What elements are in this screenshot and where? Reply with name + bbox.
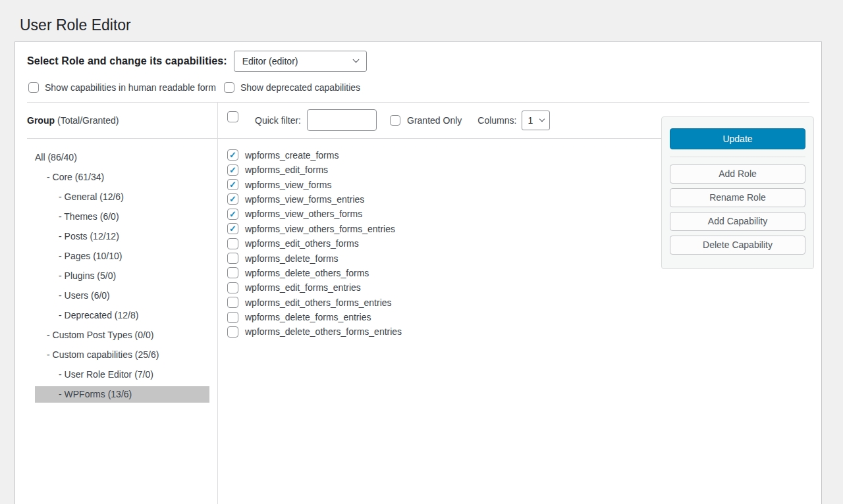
capability-label: wpforms_delete_others_forms_entries xyxy=(245,326,402,337)
group-tree-item[interactable]: - Deprecated (12/8) xyxy=(35,307,209,324)
capability-checkbox[interactable] xyxy=(227,149,238,161)
show-deprecated-label: Show deprecated capabilities xyxy=(240,82,360,93)
group-tree: All (86/40)- Core (61/34)- General (12/6… xyxy=(15,139,217,403)
capability-checkbox[interactable] xyxy=(227,253,238,264)
capability-checkbox[interactable] xyxy=(227,223,238,234)
role-select-value: Editor (editor) xyxy=(242,56,298,66)
capability-checkbox[interactable] xyxy=(227,312,238,323)
capability-checkbox[interactable] xyxy=(227,326,238,338)
actions-panel: Update Add Role Rename Role Add Capabili… xyxy=(661,116,814,269)
human-readable-checkbox[interactable] xyxy=(28,82,39,93)
columns-select-value: 1 xyxy=(528,115,533,126)
group-tree-item[interactable]: - Posts (12/12) xyxy=(35,228,209,245)
group-tree-item[interactable]: - Plugins (5/0) xyxy=(35,268,209,284)
capability-label: wpforms_view_forms_entries xyxy=(245,194,364,205)
capabilities-column: Quick filter: Granted Only Columns: 1 wp… xyxy=(218,103,821,504)
capability-row: wpforms_edit_forms_entries xyxy=(227,280,821,295)
page-title: User Role Editor xyxy=(0,0,843,41)
group-tree-item[interactable]: - WPForms (13/6) xyxy=(35,386,209,403)
group-tree-item[interactable]: - Themes (6/0) xyxy=(35,209,209,225)
granted-only-option: Granted Only xyxy=(390,115,462,126)
capability-checkbox[interactable] xyxy=(227,193,238,205)
capability-checkbox[interactable] xyxy=(227,267,238,278)
capability-label: wpforms_delete_others_forms xyxy=(245,268,369,278)
human-readable-label: Show capabilities in human readable form xyxy=(45,82,216,93)
columns-label: Columns: xyxy=(477,115,516,126)
capability-label: wpforms_view_others_forms xyxy=(245,209,362,219)
user-role-editor-panel: Select Role and change its capabilities:… xyxy=(14,41,822,504)
capability-checkbox[interactable] xyxy=(227,209,238,220)
show-deprecated-option: Show deprecated capabilities xyxy=(224,82,360,93)
group-header: Group (Total/Granted) xyxy=(27,103,217,139)
capability-label: wpforms_delete_forms_entries xyxy=(245,312,371,322)
group-tree-item[interactable]: - Users (6/0) xyxy=(35,288,209,304)
actions-divider xyxy=(670,157,805,157)
capability-label: wpforms_delete_forms xyxy=(245,253,339,264)
quick-filter-label: Quick filter: xyxy=(255,115,301,126)
capability-label: wpforms_edit_others_forms xyxy=(245,238,359,249)
capability-checkbox[interactable] xyxy=(227,179,238,190)
role-select[interactable]: Editor (editor) xyxy=(234,51,367,72)
add-capability-button[interactable]: Add Capability xyxy=(670,212,805,231)
capability-row: wpforms_delete_forms_entries xyxy=(227,310,821,324)
capability-label: wpforms_edit_forms xyxy=(245,164,328,175)
content-columns: Group (Total/Granted) All (86/40)- Core … xyxy=(15,103,821,504)
group-tree-item[interactable]: - Custom capabilities (25/6) xyxy=(35,347,209,363)
capability-checkbox[interactable] xyxy=(227,164,238,176)
select-all-checkbox[interactable] xyxy=(227,111,238,122)
granted-only-checkbox[interactable] xyxy=(390,115,400,126)
capability-checkbox[interactable] xyxy=(227,282,238,293)
capability-checkbox[interactable] xyxy=(227,238,238,249)
chevron-down-icon xyxy=(539,116,545,121)
update-button[interactable]: Update xyxy=(670,128,805,149)
delete-capability-button[interactable]: Delete Capability xyxy=(670,236,805,255)
role-selector-row: Select Role and change its capabilities:… xyxy=(15,42,821,72)
capability-label: wpforms_edit_forms_entries xyxy=(245,282,361,293)
group-tree-item[interactable]: - User Role Editor (7/0) xyxy=(35,366,209,383)
capability-row: wpforms_delete_others_forms_entries xyxy=(227,324,821,339)
human-readable-option: Show capabilities in human readable form xyxy=(28,82,216,93)
group-tree-item[interactable]: All (86/40) xyxy=(35,149,209,166)
capability-label: wpforms_view_others_forms_entries xyxy=(245,224,395,234)
capability-label: wpforms_edit_others_forms_entries xyxy=(245,297,392,308)
quick-filter-input[interactable] xyxy=(307,109,377,131)
group-tree-item[interactable]: - General (12/6) xyxy=(35,189,209,205)
granted-only-label: Granted Only xyxy=(407,115,462,126)
select-role-label: Select Role and change its capabilities: xyxy=(27,55,227,67)
capability-label: wpforms_view_forms xyxy=(245,180,331,190)
group-header-title: Group xyxy=(27,115,55,126)
display-options-row: Show capabilities in human readable form… xyxy=(15,72,821,102)
rename-role-button[interactable]: Rename Role xyxy=(670,188,805,207)
add-role-button[interactable]: Add Role xyxy=(670,164,805,184)
group-tree-item[interactable]: - Pages (10/10) xyxy=(35,248,209,265)
group-header-suffix: (Total/Granted) xyxy=(57,115,119,126)
capability-row: wpforms_edit_others_forms_entries xyxy=(227,295,821,310)
groups-column: Group (Total/Granted) All (86/40)- Core … xyxy=(15,103,218,504)
columns-select[interactable]: 1 xyxy=(522,111,550,130)
group-tree-item[interactable]: - Core (61/34) xyxy=(35,169,209,186)
chevron-down-icon xyxy=(352,57,359,63)
capability-label: wpforms_create_forms xyxy=(245,150,339,161)
capability-checkbox[interactable] xyxy=(227,297,238,308)
show-deprecated-checkbox[interactable] xyxy=(224,82,234,93)
group-tree-item[interactable]: - Custom Post Types (0/0) xyxy=(35,327,209,343)
